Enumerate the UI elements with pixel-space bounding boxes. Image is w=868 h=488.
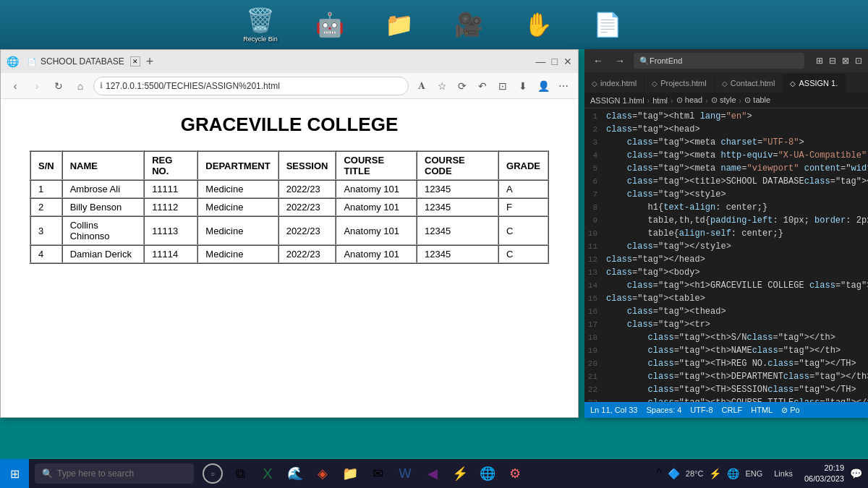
read-mode-btn[interactable]: 𝐀 <box>413 77 430 95</box>
editor-body[interactable]: 1class="tag"><html lang="en">2class="tag… <box>584 108 868 402</box>
taskbar-date: 06/03/2023 <box>804 474 844 484</box>
table-cell: Damian Derick <box>62 245 144 263</box>
taskbar-icon-word[interactable]: W <box>393 462 417 485</box>
code-line: 18 class="tag"><th>S/Nclass="tag"></th> <box>584 333 868 346</box>
breadcrumb-head: ⊙ head <box>676 95 703 105</box>
security-icon: ℹ <box>100 81 103 90</box>
refresh2-btn[interactable]: ⟳ <box>454 77 471 95</box>
code-line: 17 class="tag"><tr> <box>584 320 868 333</box>
cortana-circle[interactable]: ○ <box>203 463 223 484</box>
code-line: 8 h1{text-align: center;} <box>584 202 868 215</box>
col-header-name: NAME <box>62 151 144 180</box>
editor-layout-btn4[interactable]: ⊡ <box>855 56 862 66</box>
editor-back-btn[interactable]: ← <box>590 53 606 68</box>
taskbar-icon-edge[interactable]: 🌊 <box>284 462 307 485</box>
line-number: 14 <box>584 281 606 290</box>
code-line: 15class="tag"><table> <box>584 294 868 307</box>
line-number: 18 <box>584 333 606 342</box>
start-button[interactable]: ⊞ <box>0 459 29 488</box>
editor-search-bar[interactable]: 🔍 FrontEnd <box>634 53 804 69</box>
back-btn[interactable]: ‹ <box>7 77 24 95</box>
profile-btn[interactable]: 👤 <box>535 77 552 95</box>
status-encoding: UTF-8 <box>690 406 712 414</box>
browser-toolbar: ‹ › ↻ ⌂ ℹ 127.0.0.1:5500/TECHIES/ASSIGN%… <box>1 73 578 99</box>
line-number: 4 <box>584 150 606 160</box>
code-line: 16 class="tag"><thead> <box>584 307 868 320</box>
code-line: 9 table,th,td{padding-left: 10px; border… <box>584 215 868 228</box>
table-cell: 1 <box>30 180 62 198</box>
desktop-top-bar: 🗑️ Recycle Bin 🤖 📁 🎥 ✋ 📄 <box>0 0 868 49</box>
taskbar-icon-app1[interactable]: ◈ <box>311 462 334 485</box>
desktop-icon-android[interactable]: 🤖 <box>310 4 350 45</box>
taskbar-globe-icon[interactable]: 🌐 <box>727 468 739 479</box>
tab-assign-html[interactable]: ◇ ASSIGN 1. <box>783 74 846 93</box>
forward-btn[interactable]: › <box>28 77 46 95</box>
taskbar-notification-icon[interactable]: 💬 <box>850 468 862 479</box>
desktop-icon-hand[interactable]: ✋ <box>518 4 558 45</box>
editor-forward-btn[interactable]: → <box>612 53 628 68</box>
line-number: 5 <box>584 163 606 173</box>
tab-contact-html[interactable]: ◇ Contact.html <box>715 74 783 93</box>
table-cell: 11112 <box>144 198 197 216</box>
taskbar-icon-app3[interactable]: 🌐 <box>476 462 499 485</box>
col-header-sn: S/N <box>30 151 62 180</box>
tab-projects-html[interactable]: ◇ Projects.html <box>644 74 715 93</box>
tab-index-html[interactable]: ◇ index.html <box>584 74 644 93</box>
code-line: 11 class="tag"></style> <box>584 241 868 254</box>
tab-label-assign: ASSIGN 1. <box>799 79 838 87</box>
taskbar-time-display: 20:19 06/03/2023 <box>804 463 844 485</box>
window-close-btn[interactable]: ✕ <box>563 56 572 67</box>
taskbar-chevron[interactable]: ^ <box>656 467 662 480</box>
refresh-btn[interactable]: ↻ <box>50 77 67 95</box>
line-number: 22 <box>584 385 606 394</box>
taskbar-icon-folder[interactable]: 📁 <box>339 462 362 485</box>
editor-layout-btn1[interactable]: ⊞ <box>816 56 823 66</box>
desktop-icon-pdf[interactable]: 📄 <box>587 4 628 45</box>
line-number: 13 <box>584 267 606 277</box>
taskbar-icon-taskview[interactable]: ⧉ <box>229 462 252 485</box>
desktop-icon-recycle[interactable]: 🗑️ Recycle Bin <box>240 4 281 45</box>
taskbar-search-box[interactable]: 🔍 <box>35 463 194 484</box>
taskbar-icon-app4[interactable]: ⚙ <box>503 462 527 485</box>
editor-breadcrumb: ASSIGN 1.html › html › ⊙ head › ⊙ style … <box>584 93 868 108</box>
taskbar-weather: 28°C <box>686 469 704 478</box>
taskbar-icon-app2[interactable]: ◀ <box>421 462 444 485</box>
taskbar-icon-excel[interactable]: X <box>256 462 279 485</box>
taskbar-network-icon[interactable]: 🔷 <box>668 468 680 479</box>
downloads-btn[interactable]: ⬇ <box>514 77 532 95</box>
desktop-icon-vlc[interactable]: 🎥 <box>448 4 489 45</box>
line-number: 21 <box>584 372 606 381</box>
code-line: 12class="tag"></head> <box>584 254 868 267</box>
status-position: Ln 11, Col 33 <box>590 406 637 414</box>
breadcrumb-file: ASSIGN 1.html <box>590 96 644 105</box>
menu-btn[interactable]: ⋯ <box>555 77 572 95</box>
favorites-btn[interactable]: ☆ <box>433 77 451 95</box>
line-content: h1{text-align: center;} <box>606 202 767 213</box>
taskbar-bluetooth-icon[interactable]: ⚡ <box>709 468 721 479</box>
browser-titlebar: 🌐 📄 SCHOOL DATABASE ✕ + — □ ✕ <box>1 50 578 73</box>
table-cell: 2022/23 <box>278 198 336 216</box>
browser-content: GRACEVILLE COLLEGE S/N NAME REG NO. DEPA… <box>1 99 578 417</box>
home-btn[interactable]: ⌂ <box>72 77 89 95</box>
line-content: class="tag"><TH>SESSIONclass="tag"></TH> <box>606 385 856 395</box>
editor-search-text: FrontEnd <box>650 56 682 65</box>
window-maximize-btn[interactable]: □ <box>552 56 558 67</box>
table-cell: 11114 <box>144 245 197 263</box>
taskbar-search-input[interactable] <box>57 468 173 479</box>
tab-label-contact: Contact.html <box>731 79 775 87</box>
col-header-grade: GRADE <box>498 151 548 180</box>
window-minimize-btn[interactable]: — <box>536 56 546 67</box>
editor-layout-btn3[interactable]: ⊠ <box>842 56 849 66</box>
table-cell: 11113 <box>144 216 197 245</box>
taskbar-icon-vscode[interactable]: ⚡ <box>448 462 472 485</box>
rewind-btn[interactable]: ↶ <box>474 77 491 95</box>
desktop-icon-folder[interactable]: 📁 <box>379 4 420 45</box>
tab-close-btn[interactable]: ✕ <box>130 56 140 67</box>
taskbar-icon-mail[interactable]: ✉ <box>366 462 389 485</box>
new-tab-btn[interactable]: + <box>146 54 154 69</box>
editor-layout-btn2[interactable]: ⊟ <box>829 56 836 66</box>
share-btn[interactable]: ⊡ <box>494 77 511 95</box>
code-line: 21 class="tag"><th>DEPARTMENTclass="tag"… <box>584 372 868 385</box>
editor-toolbar: ← → 🔍 FrontEnd ⊞ ⊟ ⊠ ⊡ <box>584 49 868 72</box>
line-number: 2 <box>584 124 606 134</box>
